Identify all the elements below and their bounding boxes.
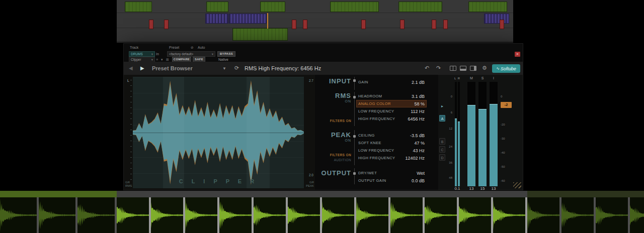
param-row-analog-color[interactable]: ANALOG COLOR 58 % [357,100,426,107]
preset-browser-button[interactable]: Preset Browser [152,65,193,71]
meter-bar-side [478,82,487,186]
snapshot-button-b[interactable]: B [439,138,445,145]
audio-clip-cell[interactable] [185,197,219,233]
audio-clip-cell[interactable] [77,197,117,233]
param-row-peak-low-frequency[interactable]: LOW FREQUENCY 43 Hz [358,147,425,154]
peak-section-slider[interactable] [354,130,355,165]
view-bottom-panel-icon[interactable] [460,66,466,71]
audio-clip-cell[interactable] [219,197,254,233]
param-row-output-gain[interactable]: OUTPUT GAIN 0.0 dB [358,177,425,184]
audio-clip-cell[interactable] [151,197,185,233]
snapshot-button-d[interactable]: D [439,154,445,161]
parameter-status-text: RMS High Frequency: 6456 Hz [245,65,321,71]
midi-clip-red[interactable] [164,20,169,29]
dropdown-icon[interactable]: ▾ [161,57,163,62]
audio-track-lane [0,191,644,233]
midi-clip-red[interactable] [443,20,448,29]
gr-scale-value: 36 [445,161,452,164]
param-value: 6456 Hz [408,117,425,122]
gr-scale-value: 6 [445,111,452,114]
audio-clip-cell[interactable] [39,197,77,233]
midi-clip-green[interactable] [398,2,442,12]
clip-header-right[interactable] [527,191,644,197]
midi-clip-green[interactable] [260,2,285,12]
clip-header-center[interactable] [117,191,527,197]
param-row-gain[interactable]: GAIN 2.1 dB [358,79,425,85]
rms-filters-state[interactable]: FILTERS ON [315,119,351,123]
param-row-rms-low-frequency[interactable]: LOW FREQUENCY 112 Hz [358,108,425,114]
next-preset-button[interactable]: ▶ [140,65,144,71]
midi-clip-purple[interactable] [484,14,509,24]
midi-clip-green[interactable] [125,2,152,12]
audio-clip-cell[interactable] [356,197,390,233]
meter-play-button[interactable]: ▸ [439,103,445,109]
preset-selector[interactable]: <factory default> ▾ [167,51,215,57]
midi-clip-red[interactable] [292,20,296,29]
menu-icon[interactable]: ≡ [156,57,158,62]
softube-logo[interactable]: ∿ Softube [492,64,520,73]
audio-waveform-graphic [459,197,491,233]
midi-clip-red[interactable] [500,20,504,29]
track-selector[interactable]: DRUMS ▾ [129,51,155,57]
audio-clip-cell[interactable] [288,197,322,233]
midi-clip-purple[interactable] [229,14,267,24]
peak-on-state[interactable]: ON [315,139,351,142]
bypass-button[interactable]: BYPASS [217,51,235,57]
audio-clip-cell[interactable] [425,197,459,233]
selected-track: DRUMS [131,52,143,56]
param-row-ceiling[interactable]: CEILING -3.5 dB [358,132,425,139]
clip-header-left[interactable] [0,191,117,197]
redo-icon[interactable]: ↷ [436,65,441,71]
audio-clip-cell[interactable] [117,197,151,233]
waveform-display[interactable]: C L I P P E R [133,77,304,188]
snapshot-button-a[interactable]: A [439,115,445,122]
input-section-slider[interactable] [354,77,355,90]
arrangement-timeline[interactable] [117,0,513,43]
midi-clip-green[interactable] [206,2,228,12]
midi-clip-purple[interactable] [205,14,228,24]
ab-cycle-icon[interactable]: ⟳ [234,65,239,71]
view-right-panel-icon[interactable] [470,66,476,71]
snapshot-button-c[interactable]: C [439,146,445,153]
audio-clip-cell[interactable] [493,197,527,233]
audio-clip-cell[interactable] [561,197,596,233]
audio-clip-cell[interactable] [459,197,493,233]
audio-clip-cell[interactable] [630,197,644,233]
gr-scale-top-value: 2.7 [309,79,313,82]
audio-clip-cell[interactable] [390,197,425,233]
midi-clip-red[interactable] [400,20,405,29]
resize-grip[interactable] [513,182,521,188]
output-section-slider[interactable] [354,168,355,184]
rms-on-state[interactable]: ON [315,99,351,103]
param-row-peak-high-frequency[interactable]: HIGH FREQUENCY 12402 Hz [358,155,425,161]
grid-icon[interactable]: ⊞ [166,57,169,62]
audio-clip-cell[interactable] [527,197,561,233]
midi-clip-green[interactable] [468,2,507,12]
undo-icon[interactable]: ↶ [425,65,429,71]
preset-browser-caret-icon[interactable]: ▼ [222,66,226,71]
peak-filters-state[interactable]: FILTERS ON [315,153,351,157]
audio-clip-cell[interactable] [596,197,630,233]
audio-clip-cell[interactable] [322,197,356,233]
audio-clip-cell[interactable] [254,197,288,233]
settings-gear-icon[interactable]: ⚙ [482,65,487,71]
param-value: -3.5 dB [410,133,425,138]
close-button[interactable]: ✕ [515,52,520,57]
midi-clip-green[interactable] [232,28,288,41]
param-row-dry-wet[interactable]: DRY/WET Wet [358,170,425,176]
audio-clip-cell[interactable] [0,197,39,233]
param-row-rms-high-frequency[interactable]: HIGH FREQUENCY 6456 Hz [358,115,425,122]
param-row-headroom[interactable]: HEADROOM 3.1 dB [358,93,425,99]
param-row-soft-knee[interactable]: SOFT KNEE 47 % [358,140,425,146]
preset-power-icon[interactable]: ⊘ [191,45,194,50]
peak-audition-button[interactable]: AUDITION [315,158,351,162]
midi-clip-green[interactable] [330,2,379,12]
prev-preset-button[interactable]: ◀ [129,65,133,71]
midi-clip-red[interactable] [303,20,307,29]
rms-section-slider[interactable] [354,92,355,126]
midi-clip-red[interactable] [361,20,366,29]
midi-clip-red[interactable] [432,20,436,29]
param-label: LOW FREQUENCY [358,109,394,113]
midi-clip-red[interactable] [149,20,153,29]
view-split-icon[interactable] [450,66,456,71]
